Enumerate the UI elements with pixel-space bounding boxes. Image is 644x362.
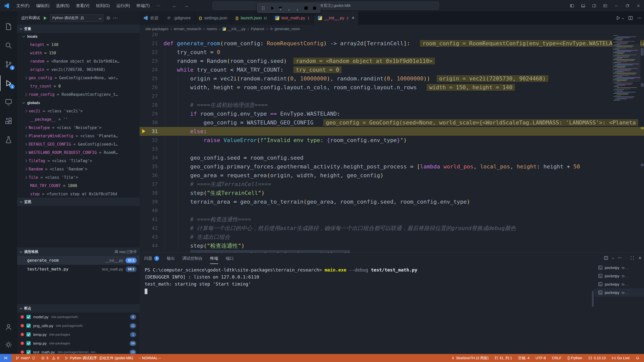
step-into-button[interactable] <box>285 4 293 12</box>
menu-item-4[interactable]: 转到(G) <box>93 0 113 11</box>
code-line-32[interactable]: 32raise ValueError(f"Invalid env type: {… <box>140 136 644 145</box>
code-line-33[interactable]: 33 <box>140 145 644 153</box>
code-line-44[interactable]: 44step("检查连通性") <box>140 241 644 250</box>
status-item-sr5[interactable]: {} Python <box>568 356 582 360</box>
status-item-sr7[interactable]: Go Live <box>612 356 630 360</box>
restart-button[interactable] <box>302 4 310 12</box>
more-actions-icon[interactable]: ··· <box>618 256 622 260</box>
activity-test-beaker[interactable] <box>0 132 17 148</box>
status-item-sr3[interactable]: UTF-8 <box>536 356 546 360</box>
breakpoint-row[interactable]: png_utils.pysite-packages\wfc11 <box>17 321 140 330</box>
terminal-list-item[interactable]: pocketpyte… <box>595 288 644 297</box>
stop-button[interactable] <box>310 4 319 12</box>
code-line-21[interactable]: 21def generate_room(room_config: RoomReq… <box>140 39 644 48</box>
command-center-search[interactable]: [扩展开发宿主] godot-ldtk <box>213 2 439 10</box>
callstack-frame[interactable]: generate_room__init__.py31:1 <box>17 256 140 265</box>
callstack-section-header[interactable]: 调用堆栈因 step 已暂停 <box>17 248 140 256</box>
maximize-restore-icon[interactable] <box>622 0 633 11</box>
start-debug-button[interactable] <box>43 16 48 21</box>
close-panel-icon[interactable]: × <box>638 255 641 261</box>
code-line-26[interactable]: 26width, height = room_config.layout.n_c… <box>140 83 644 92</box>
code-line-31[interactable]: 31else: <box>140 127 644 136</box>
variable-row[interactable]: locals <box>17 32 140 40</box>
terminal-list-item[interactable]: pocketpyte… <box>595 263 644 272</box>
variable-row[interactable]: Random = <class 'Random'> <box>17 165 140 173</box>
status-item-sl1[interactable]: main* <box>16 356 35 360</box>
terminal-scrollbar[interactable] <box>592 291 594 307</box>
toggle-sidebar-icon[interactable] <box>567 0 578 11</box>
code-line-25[interactable]: 25origin = vec2i(random.randint(0, 10000… <box>140 74 644 83</box>
terminal-output[interactable]: PS C:\computer_science\godot-ldtk\site-p… <box>145 266 591 354</box>
breakpoint-row[interactable]: test_math.pysite-packages\terrain_res…16 <box>17 348 140 354</box>
code-line-23[interactable]: 23random = Random(room_config.seed)rando… <box>140 57 644 65</box>
debug-settings-gear-icon[interactable] <box>106 16 111 20</box>
panel-tab-端口[interactable]: 端口 <box>226 253 234 264</box>
breadcrumb-item[interactable]: rooms <box>207 27 217 31</box>
code-line-30[interactable]: 30geo_config = WASTELAND_GEO_CONFIG geo_… <box>140 118 644 127</box>
panel-tab-调试控制台[interactable]: 调试控制台 <box>182 253 203 264</box>
tab-[interactable]: 欢迎 <box>140 11 163 25</box>
breakpoint-checkbox[interactable] <box>26 324 31 328</box>
variable-row[interactable]: origin = vec2i(7205730, 9024468) <box>17 65 140 74</box>
status-item-sr2[interactable]: 空格: 4 <box>518 356 530 360</box>
variable-row[interactable]: TileTag = <class 'TileTag'> <box>17 157 140 165</box>
status-item-sr4[interactable]: CRLF <box>552 356 561 360</box>
menu-item-2[interactable]: 选择(S) <box>53 0 73 11</box>
forward-arrow-icon[interactable]: → <box>184 3 189 9</box>
minimap[interactable] <box>612 34 640 101</box>
status-item-sr8[interactable] <box>636 356 639 360</box>
variable-row[interactable]: room_config = RoomRequestConfig(env_t… <box>17 90 140 99</box>
menu-item-1[interactable]: 编辑(E) <box>33 0 53 11</box>
breadcrumb-item[interactable]: Pylance <box>251 27 264 31</box>
status-item-sr1[interactable]: 行 31, 列 1 <box>495 356 512 360</box>
back-arrow-icon[interactable]: ← <box>172 3 177 9</box>
variable-row[interactable]: Tile = <class 'Tile'> <box>17 173 140 182</box>
tab-settings.json[interactable]: {}settings.json <box>195 11 231 25</box>
status-item-sl4[interactable]: -- NORMAL -- <box>139 356 161 360</box>
activity-source-control[interactable]: 3 <box>0 57 17 72</box>
variable-row[interactable]: height = 140 <box>17 40 140 49</box>
breadcrumb-item[interactable]: site-packages <box>145 27 169 31</box>
activity-remote-explorer[interactable] <box>0 94 17 110</box>
watch-section-header[interactable]: 监视 <box>17 198 140 206</box>
variable-row[interactable]: random = <Random object at 0x1bf9d01e… <box>17 57 140 65</box>
maximize-panel-icon[interactable] <box>630 256 634 260</box>
breakpoint-row[interactable]: model.pysite-packages\wfc6 <box>17 312 140 321</box>
activity-run-debug[interactable]: 1 <box>0 75 17 91</box>
activity-account[interactable] <box>0 319 17 335</box>
close-icon[interactable]: × <box>352 15 354 21</box>
variable-row[interactable]: width = 150 <box>17 49 140 57</box>
variable-row[interactable]: step = <function step at 0x1bf8cd716d <box>17 190 140 198</box>
customize-layout-icon[interactable] <box>600 0 611 11</box>
terminal-list-item[interactable]: pocketpyte… <box>595 272 644 280</box>
terminal-list-item[interactable]: pocketpyte… <box>595 280 644 288</box>
breakpoint-row[interactable]: temp.pysite-packages58 <box>17 339 140 348</box>
code-line-36[interactable]: 36geo_area = request_area(origin, width,… <box>140 171 644 180</box>
callstack-frame[interactable]: test/test_math.pytest_math.py16:1 <box>17 265 140 274</box>
variable-row[interactable]: PlanetaryWindConfig = <class 'Planeta… <box>17 132 140 140</box>
status-item-sr0[interactable]: blueloveTH (3 周前) <box>451 356 489 360</box>
code-line-37[interactable]: 37# ====生成TerrainCell==== <box>140 180 644 189</box>
tab-.gdignore[interactable]: .gdignore <box>163 11 195 25</box>
tab-test_math.py[interactable]: test_math.py1 <box>271 11 314 25</box>
code-line-35[interactable]: 35geo_config.primary_forces.geothermal_a… <box>140 162 644 171</box>
code-line-45[interactable]: 45exit_combinations:list[tuple[vec2i, ve… <box>140 250 644 253</box>
continue-button[interactable] <box>267 4 276 12</box>
run-file-button[interactable] <box>616 16 621 20</box>
code-line-42[interactable]: 42# 计算每一个出口的中心，然后使用astar生成路径，确保每一个出口组合都可… <box>140 224 644 233</box>
panel-tab-输出[interactable]: 输出 <box>167 253 175 264</box>
variable-row[interactable]: globals <box>17 99 140 107</box>
variable-row[interactable]: DEFAULT_GEO_CONFIG = GeoConfig(seed=1… <box>17 140 140 148</box>
step-out-button[interactable] <box>293 4 302 12</box>
code-line-24[interactable]: 24while try_count < MAX_TRY_COUNT: try_c… <box>140 65 644 74</box>
variable-row[interactable]: __package__ = '' <box>17 115 140 123</box>
panel-tab-终端[interactable]: 终端 <box>210 253 218 264</box>
breakpoint-row[interactable]: temp.pysite-packages1 <box>17 330 140 339</box>
tab-__init__.py[interactable]: __init__.py2× <box>314 11 359 25</box>
menu-item-0[interactable]: 文件(F) <box>13 0 33 11</box>
menu-item-5[interactable]: 运行(R) <box>113 0 133 11</box>
breakpoint-checkbox[interactable] <box>26 341 31 345</box>
toggle-panel-icon[interactable] <box>578 0 589 11</box>
toggle-secondary-sidebar-icon[interactable] <box>589 0 600 11</box>
code-line-38[interactable]: 38step("生成TerrainCell") <box>140 189 644 197</box>
